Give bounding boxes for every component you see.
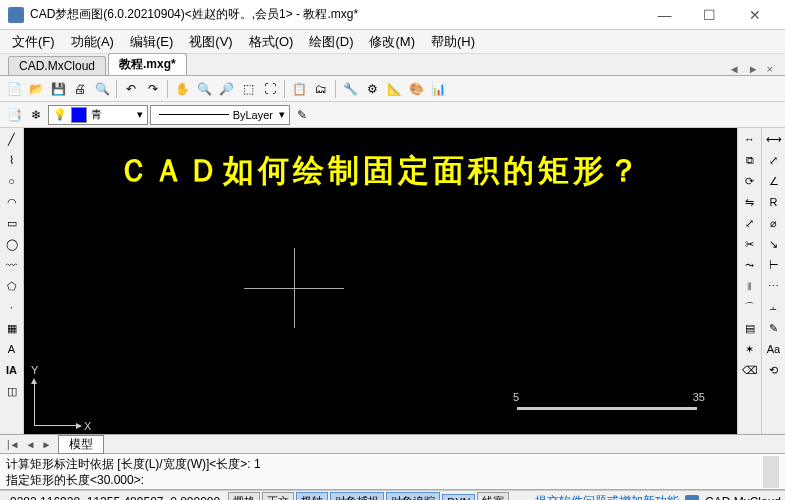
layers-icon[interactable]: 📋 — [289, 79, 309, 99]
properties-icon[interactable]: 🗂 — [311, 79, 331, 99]
layer-freeze-icon[interactable]: ❄ — [26, 105, 46, 125]
tool-a-icon[interactable]: 🔧 — [340, 79, 360, 99]
hatch-icon[interactable]: ▦ — [3, 319, 21, 337]
dim-edit-icon[interactable]: ✎ — [765, 319, 783, 337]
new-icon[interactable]: 📄 — [4, 79, 24, 99]
dim-style-icon[interactable]: Aa — [765, 340, 783, 358]
status-otrack-button[interactable]: 对象追踪 — [386, 492, 440, 500]
open-icon[interactable]: 📂 — [26, 79, 46, 99]
polyline-icon[interactable]: ⌇ — [3, 151, 21, 169]
linetype-dropdown[interactable]: ByLayer ▾ — [150, 105, 290, 125]
status-lineweight-button[interactable]: 线宽 — [477, 492, 509, 500]
drawing-canvas[interactable]: ＣＡＤ如何绘制固定面积的矩形？ Y X 5 35 — [24, 128, 737, 434]
arc-icon[interactable]: ◠ — [3, 193, 21, 211]
scale-icon[interactable]: ⤢ — [741, 214, 759, 232]
spline-icon[interactable]: 〰 — [3, 256, 21, 274]
block-icon[interactable]: ◫ — [3, 382, 21, 400]
status-polar-button[interactable]: 极轴 — [296, 492, 328, 500]
tab-next-icon[interactable]: ► — [744, 63, 763, 75]
explode-icon[interactable]: ✶ — [741, 340, 759, 358]
tool-e-icon[interactable]: 📊 — [428, 79, 448, 99]
tab-close-icon[interactable]: × — [763, 63, 777, 75]
erase-icon[interactable]: ⌫ — [741, 361, 759, 379]
status-osnap-button[interactable]: 对象捕捉 — [330, 492, 384, 500]
rectangle-icon[interactable]: ▭ — [3, 214, 21, 232]
dim-leader-icon[interactable]: ↘ — [765, 235, 783, 253]
maximize-button[interactable]: ☐ — [687, 1, 732, 29]
pan-icon[interactable]: ✋ — [172, 79, 192, 99]
dim-linear-icon[interactable]: ⟷ — [765, 130, 783, 148]
file-tab-cloud[interactable]: CAD.MxCloud — [8, 56, 106, 75]
zoom-extents-icon[interactable]: ⛶ — [260, 79, 280, 99]
file-tab-current[interactable]: 教程.mxg* — [108, 53, 187, 75]
menu-edit[interactable]: 编辑(E) — [122, 31, 181, 53]
modify-toolbar: ↔ ⧉ ⟳ ⇋ ⤢ ✂ ⤳ ⫴ ⌒ ▤ ✶ ⌫ — [737, 128, 761, 434]
mirror-icon[interactable]: ⇋ — [741, 193, 759, 211]
undo-icon[interactable]: ↶ — [121, 79, 141, 99]
print-icon[interactable]: 🖨 — [70, 79, 90, 99]
ellipse-icon[interactable]: ◯ — [3, 235, 21, 253]
menu-modify[interactable]: 修改(M) — [361, 31, 423, 53]
minimize-button[interactable]: — — [642, 1, 687, 29]
tool-c-icon[interactable]: 📐 — [384, 79, 404, 99]
menu-view[interactable]: 视图(V) — [181, 31, 240, 53]
zoom-in-icon[interactable]: 🔍 — [194, 79, 214, 99]
command-scrollbar[interactable] — [763, 456, 779, 488]
dim-update-icon[interactable]: ⟲ — [765, 361, 783, 379]
line-icon[interactable]: ╱ — [3, 130, 21, 148]
move-icon[interactable]: ↔ — [741, 130, 759, 148]
array-icon[interactable]: ▤ — [741, 319, 759, 337]
menu-draw[interactable]: 绘图(D) — [301, 31, 361, 53]
layout-next-icon[interactable]: ► — [38, 439, 54, 450]
toolbar-standard: 📄 📂 💾 🖨 🔍 ↶ ↷ ✋ 🔍 🔎 ⬚ ⛶ 📋 🗂 🔧 ⚙ 📐 🎨 📊 — [0, 76, 785, 102]
layout-prev-icon[interactable]: ◄ — [23, 439, 39, 450]
mtext-icon[interactable]: IA — [3, 361, 21, 379]
fillet-icon[interactable]: ⌒ — [741, 298, 759, 316]
dim-diameter-icon[interactable]: ⌀ — [765, 214, 783, 232]
status-dyn-button[interactable]: DYN — [442, 494, 475, 501]
extend-icon[interactable]: ⤳ — [741, 256, 759, 274]
polygon-icon[interactable]: ⬠ — [3, 277, 21, 295]
tab-prev-icon[interactable]: ◄ — [725, 63, 744, 75]
menu-format[interactable]: 格式(O) — [241, 31, 302, 53]
menu-function[interactable]: 功能(A) — [63, 31, 122, 53]
status-grid-button[interactable]: 栅格 — [228, 492, 260, 500]
layer-bulb-icon: 💡 — [53, 108, 67, 121]
offset-icon[interactable]: ⫴ — [741, 277, 759, 295]
rotate-icon[interactable]: ⟳ — [741, 172, 759, 190]
menubar: 文件(F) 功能(A) 编辑(E) 视图(V) 格式(O) 绘图(D) 修改(M… — [0, 30, 785, 54]
redo-icon[interactable]: ↷ — [143, 79, 163, 99]
point-icon[interactable]: · — [3, 298, 21, 316]
save-icon[interactable]: 💾 — [48, 79, 68, 99]
layer-manager-icon[interactable]: 📑 — [4, 105, 24, 125]
dim-baseline-icon[interactable]: ⫠ — [765, 298, 783, 316]
dim-radius-icon[interactable]: R — [765, 193, 783, 211]
close-button[interactable]: ✕ — [732, 1, 777, 29]
status-ortho-button[interactable]: 正交 — [262, 492, 294, 500]
copy-icon[interactable]: ⧉ — [741, 151, 759, 169]
ucs-x-label: X — [84, 420, 91, 432]
zoom-out-icon[interactable]: 🔎 — [216, 79, 236, 99]
linetype-edit-icon[interactable]: ✎ — [292, 105, 312, 125]
tool-b-icon[interactable]: ⚙ — [362, 79, 382, 99]
dim-aligned-icon[interactable]: ⤢ — [765, 151, 783, 169]
command-window[interactable]: 计算矩形标注时依据 [长度(L)/宽度(W)]<长度>: 1 指定矩形的长度<3… — [0, 454, 785, 490]
circle-icon[interactable]: ○ — [3, 172, 21, 190]
chevron-down-icon: ▾ — [137, 108, 143, 121]
layout-first-icon[interactable]: |◄ — [4, 439, 23, 450]
dim-angular-icon[interactable]: ∠ — [765, 172, 783, 190]
trim-icon[interactable]: ✂ — [741, 235, 759, 253]
dim-continue-icon[interactable]: ⋯ — [765, 277, 783, 295]
feedback-link[interactable]: 提交软件问题或增加新功能 — [531, 493, 683, 500]
model-tab[interactable]: 模型 — [58, 435, 104, 454]
tool-d-icon[interactable]: 🎨 — [406, 79, 426, 99]
titlebar: CAD梦想画图(6.0.20210904)<姓赵的呀。,会员1> - 教程.mx… — [0, 0, 785, 30]
text-icon[interactable]: A — [3, 340, 21, 358]
menu-file[interactable]: 文件(F) — [4, 31, 63, 53]
layer-dropdown[interactable]: 💡 青 ▾ — [48, 105, 148, 125]
zoom-window-icon[interactable]: ⬚ — [238, 79, 258, 99]
menu-help[interactable]: 帮助(H) — [423, 31, 483, 53]
coordinates-readout: 9282.116928, 11355.489507, 0.000000 — [4, 495, 226, 501]
preview-icon[interactable]: 🔍 — [92, 79, 112, 99]
dim-ordinate-icon[interactable]: ⊢ — [765, 256, 783, 274]
